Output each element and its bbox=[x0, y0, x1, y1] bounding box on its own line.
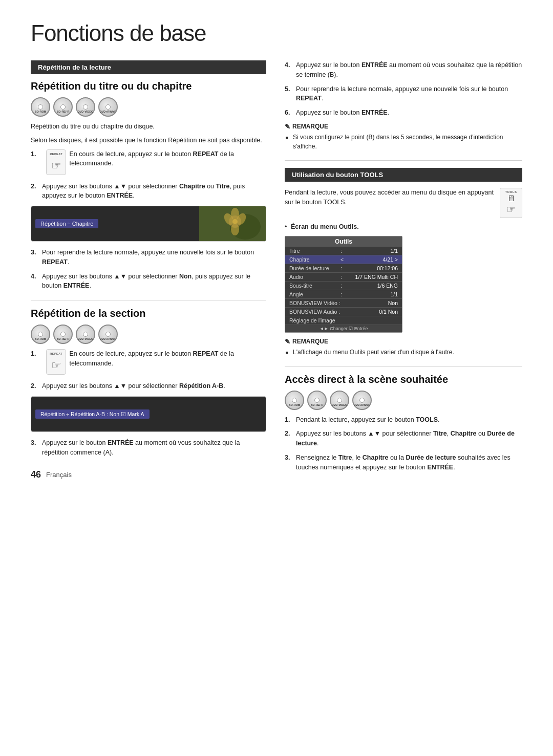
step-2-1: REPEAT ☞ En cours de lecture, appuyez su… bbox=[31, 349, 266, 377]
note-title-tools: REMARQUE bbox=[285, 338, 522, 345]
tools-row-sep: : bbox=[336, 247, 348, 255]
section-header-repetition: Répétition de la lecture bbox=[31, 60, 266, 74]
left-column: Répétition de la lecture Répétition du t… bbox=[31, 60, 266, 480]
svg-point-7 bbox=[231, 223, 239, 235]
steps-list-1: REPEAT ☞ En cours de lecture, appuyez su… bbox=[31, 149, 266, 201]
tools-row-sep: : bbox=[336, 264, 348, 272]
step-1-4: Appuyez sur les boutons ▲▼ pour sélectio… bbox=[31, 272, 266, 291]
note-title-b: REMARQUE bbox=[285, 123, 522, 131]
note-block-tools: REMARQUE L'affichage du menu Outils peut… bbox=[285, 338, 522, 357]
tools-row-val: 0/1 Non bbox=[348, 307, 402, 316]
tools-row-val: 1/7 ENG Multi CH bbox=[348, 272, 402, 281]
step-2-2: Appuyez sur les boutons ▲▼ pour sélectio… bbox=[31, 381, 266, 391]
disc-icon-bdre: BD-RE/-R bbox=[53, 97, 73, 117]
right-column: Appuyez sur le bouton ENTRÉE au moment o… bbox=[285, 60, 522, 480]
steps-list-2: REPEAT ☞ En cours de lecture, appuyez su… bbox=[31, 349, 266, 391]
page-title: Fonctions de base bbox=[31, 20, 522, 46]
section-header-tools: Utilisation du bouton TOOLS bbox=[285, 168, 522, 182]
disc-icon-dvdvideo-a: DVD-VIDEO bbox=[330, 391, 349, 410]
disc-icon-bdrom-2: BD-ROM bbox=[31, 325, 50, 344]
divider-right-1 bbox=[285, 160, 522, 161]
tools-menu-footer: ◄► Changer ☑ Entrée bbox=[285, 325, 402, 332]
disc-icons-1: BD-ROM BD-RE/-R DVD-VIDEO DVD+RW/+R bbox=[31, 97, 266, 117]
body-text-2: Selon les disques, il est possible que l… bbox=[31, 136, 266, 145]
tools-row-label: Sous-titre bbox=[285, 281, 336, 290]
note-item-b-1: Si vous configurez le point (B) dans les… bbox=[293, 133, 522, 151]
step-1-1: REPEAT ☞ En cours de lecture, appuyez su… bbox=[31, 149, 266, 177]
tools-menu-title: Outils bbox=[285, 236, 402, 247]
tools-row-label: Titre bbox=[285, 247, 336, 255]
tools-row-label: Réglage de l'image bbox=[285, 316, 402, 325]
disc-icon-dvdvideo: DVD-VIDEO bbox=[76, 97, 95, 117]
disc-icon-bdre-2: BD-RE/-R bbox=[53, 325, 73, 344]
step-2-3: Appuyez sur le bouton ENTRÉE au moment o… bbox=[31, 438, 266, 458]
disc-icons-acces: BD-ROM BD-RE/-R DVD-VIDEO DVD+RW/+R bbox=[285, 391, 522, 410]
subsection-title-acces: Accès direct à la scène souhaitée bbox=[285, 374, 522, 385]
tools-row-angle: Angle : 1/1 bbox=[285, 290, 402, 298]
svg-point-6 bbox=[231, 208, 239, 220]
screen-ab: Répétition ÷ Répétition A-B : Non ☑ Mark… bbox=[31, 396, 266, 432]
tools-row-sep: : bbox=[336, 290, 348, 298]
tools-row-label: Audio bbox=[285, 272, 336, 281]
tools-button-img: TOOLS 🖥 ☞ bbox=[500, 188, 522, 218]
tools-row-bonusaud: BONUSVIEW Audio : 0/1 Non bbox=[285, 307, 402, 316]
steps-list-1b: Pour reprendre la lecture normale, appuy… bbox=[31, 248, 266, 291]
step-r-5: Pour reprendre la lecture normale, appuy… bbox=[285, 84, 522, 104]
note-item-tools-1: L'affichage du menu Outils peut varier d… bbox=[293, 348, 522, 357]
tools-row-label: Chapitre bbox=[285, 255, 336, 264]
tools-bullet-list: Écran du menu Outils. bbox=[285, 222, 522, 232]
tools-body: Pendant la lecture, vous pouvez accéder … bbox=[285, 188, 522, 207]
tools-row-label: Angle bbox=[285, 290, 336, 298]
tools-row-bonusvid: BONUSVIEW Vidéo : Non bbox=[285, 298, 402, 307]
subsection-title-2: Répétition de la section bbox=[31, 308, 266, 319]
tools-row-val: 1/1 bbox=[348, 290, 402, 298]
tools-row-titre: Titre : 1/1 bbox=[285, 247, 402, 255]
divider-right-2 bbox=[285, 366, 522, 366]
disc-icon-dvdplus-a: DVD+RW/+R bbox=[352, 391, 372, 410]
step-r-6: Appuyez sur le bouton ENTRÉE. bbox=[285, 108, 522, 118]
tools-bullet-item: Écran du menu Outils. bbox=[285, 222, 522, 232]
disc-icon-bdrom-a: BD-ROM bbox=[285, 391, 304, 410]
steps-right-1: Appuyez sur le bouton ENTRÉE au moment o… bbox=[285, 60, 522, 118]
tools-menu-screen: Outils Titre : 1/1 Chapitre < 4/21 > Dur… bbox=[285, 236, 402, 333]
note-list-b: Si vous configurez le point (B) dans les… bbox=[285, 133, 522, 151]
disc-icons-2: BD-ROM BD-RE/-R DVD-VIDEO DVD+RW/+R bbox=[31, 325, 266, 344]
tools-row-duree: Durée de lecture : 00:12:06 bbox=[285, 264, 402, 272]
divider-1 bbox=[31, 300, 266, 300]
subsection-title-1: Répétition du titre ou du chapitre bbox=[31, 80, 266, 92]
screen-ab-bar: Répétition ÷ Répétition A-B : Non ☑ Mark… bbox=[35, 409, 150, 419]
tools-row-sep: < bbox=[336, 255, 348, 264]
body-text-1: Répétition du titre ou du chapitre du di… bbox=[31, 122, 266, 132]
repeat-button-img-2: REPEAT ☞ bbox=[46, 349, 66, 375]
tools-row-reglage: Réglage de l'image bbox=[285, 316, 402, 325]
steps-list-2b: Appuyez sur le bouton ENTRÉE au moment o… bbox=[31, 438, 266, 458]
step-1-2: Appuyez sur les boutons ▲▼ pour sélectio… bbox=[31, 182, 266, 201]
repeat-button-img-1: REPEAT ☞ bbox=[46, 149, 66, 175]
tools-row-label: Durée de lecture bbox=[285, 264, 336, 272]
tools-row-soustitre: Sous-titre : 1/6 ENG bbox=[285, 281, 402, 290]
tools-row-label: BONUSVIEW Audio : bbox=[285, 307, 348, 316]
step-1-3: Pour reprendre la lecture normale, appuy… bbox=[31, 248, 266, 267]
tools-row-audio: Audio : 1/7 ENG Multi CH bbox=[285, 272, 402, 281]
tools-row-sep: : bbox=[336, 281, 348, 290]
screen-bar-chapitre: Répétition ÷ Chapitre bbox=[35, 219, 98, 228]
page-number: 46 Français bbox=[31, 469, 266, 480]
tools-row-sep: : bbox=[336, 272, 348, 281]
step-acces-2: Appuyez sur les boutons ▲▼ pour sélectio… bbox=[285, 429, 522, 448]
step-r-4: Appuyez sur le bouton ENTRÉE au moment o… bbox=[285, 60, 522, 80]
tools-row-val: 4/21 > bbox=[348, 255, 402, 264]
tools-row-val: 00:12:06 bbox=[348, 264, 402, 272]
steps-acces: Pendant la lecture, appuyez sur le bouto… bbox=[285, 415, 522, 472]
step-acces-1: Pendant la lecture, appuyez sur le bouto… bbox=[285, 415, 522, 425]
disc-icon-dvdplus-2: DVD+RW/+R bbox=[98, 325, 118, 344]
step-acces-3: Renseignez le Titre, le Chapitre ou la D… bbox=[285, 453, 522, 472]
tools-row-label: BONUSVIEW Vidéo : bbox=[285, 298, 348, 307]
disc-icon-bdrom: BD-ROM bbox=[31, 97, 50, 117]
disc-icon-dvdplus: DVD+RW/+R bbox=[98, 97, 118, 117]
screen-chapitre: Répétition ÷ Chapitre bbox=[31, 206, 266, 242]
tools-row-val: 1/1 bbox=[348, 247, 402, 255]
tools-menu-table: Titre : 1/1 Chapitre < 4/21 > Durée de l… bbox=[285, 247, 402, 325]
tools-row-chapitre: Chapitre < 4/21 > bbox=[285, 255, 402, 264]
tools-row-val: 1/6 ENG bbox=[348, 281, 402, 290]
note-block-section-b: REMARQUE Si vous configurez le point (B)… bbox=[285, 123, 522, 151]
